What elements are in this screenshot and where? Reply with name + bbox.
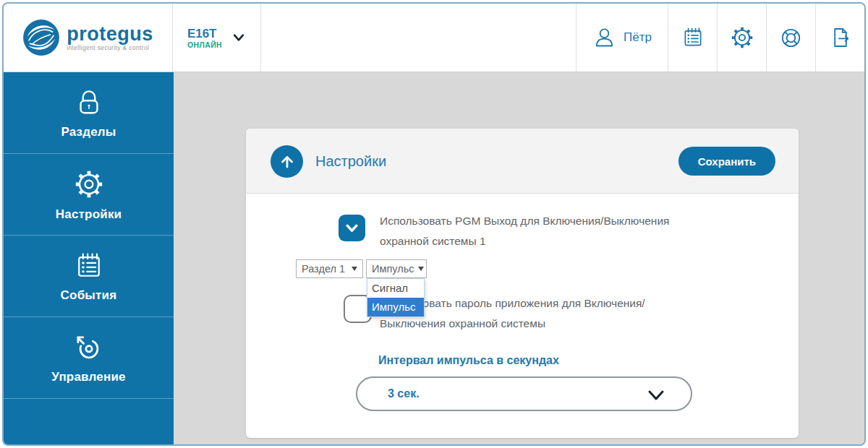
logout-button[interactable]: [815, 4, 864, 72]
user-name: Пётр: [624, 30, 652, 45]
interval-value: 3 сек.: [388, 387, 420, 400]
device-name: E16T: [187, 27, 222, 40]
events-journal-icon: [681, 25, 705, 50]
brand-tagline: intelligent security & control: [67, 44, 153, 51]
user-icon: [592, 26, 616, 50]
sidebar-item-control[interactable]: Управление: [4, 317, 174, 399]
logout-icon: [828, 25, 853, 50]
topbar: protegus intelligent security & control …: [4, 4, 864, 72]
settings-card-header: Настройки Сохранить: [246, 129, 799, 194]
padlock-icon: [73, 87, 105, 119]
main-area: Настройки Сохранить Использовать PGM Вых…: [174, 72, 864, 444]
lifebuoy-icon: [778, 25, 804, 51]
back-button[interactable]: [271, 145, 303, 178]
protegus-swirl-logo-icon: [22, 19, 60, 56]
help-button[interactable]: [766, 4, 815, 72]
mode-select-dropdown: Сигнал Импульс: [367, 278, 425, 317]
control-rotate-icon: [73, 332, 105, 363]
mode-select[interactable]: Импульс: [366, 259, 427, 278]
brand-logo: protegus intelligent security & control: [4, 4, 173, 72]
dropdown-option-signal[interactable]: Сигнал: [367, 279, 424, 298]
chevron-down-icon: [231, 30, 246, 45]
chevron-down-icon: [647, 389, 665, 402]
events-journal-icon: [73, 250, 105, 282]
save-button[interactable]: Сохранить: [678, 147, 775, 176]
events-button[interactable]: [668, 4, 717, 72]
page-title: Настройки: [315, 129, 386, 194]
sidebar-item-label: Настройки: [56, 207, 122, 222]
interval-label: Интервал импульса в секундах: [378, 354, 559, 367]
user-menu[interactable]: Пётр: [576, 4, 668, 72]
device-selector[interactable]: E16T ОНЛАЙН: [173, 4, 261, 72]
arrow-up-icon: [278, 153, 296, 171]
pgm-output-label: Использовать PGM Выход для Включения/Вык…: [380, 211, 669, 251]
pgm-output-checkbox[interactable]: [339, 215, 365, 241]
brand-name: protegus: [67, 25, 153, 43]
check-chevron-icon: [343, 219, 361, 237]
device-online-status: ОНЛАЙН: [187, 40, 222, 49]
app-window: protegus intelligent security & control …: [2, 2, 866, 446]
topbar-spacer: [261, 4, 576, 72]
sidebar-item-partitions[interactable]: Разделы: [4, 72, 174, 154]
partition-select[interactable]: Раздел 1: [296, 259, 363, 278]
gear-icon: [72, 168, 106, 201]
sidebar-item-events[interactable]: События: [4, 236, 174, 317]
select-arrow-icon: [352, 267, 357, 271]
sidebar: Разделы Настройки События Управление: [4, 72, 174, 444]
settings-button[interactable]: [717, 4, 766, 72]
sidebar-item-label: Разделы: [61, 125, 116, 139]
sidebar-item-label: Управление: [51, 370, 125, 384]
sidebar-item-label: События: [61, 288, 117, 303]
sidebar-item-settings[interactable]: Настройки: [4, 154, 174, 236]
interval-select[interactable]: 3 сек.: [356, 376, 692, 411]
select-arrow-icon: [418, 267, 424, 271]
settings-card: Настройки Сохранить Использовать PGM Вых…: [246, 129, 799, 438]
gear-icon: [729, 25, 755, 51]
dropdown-option-impulse[interactable]: Импульс: [367, 298, 424, 316]
